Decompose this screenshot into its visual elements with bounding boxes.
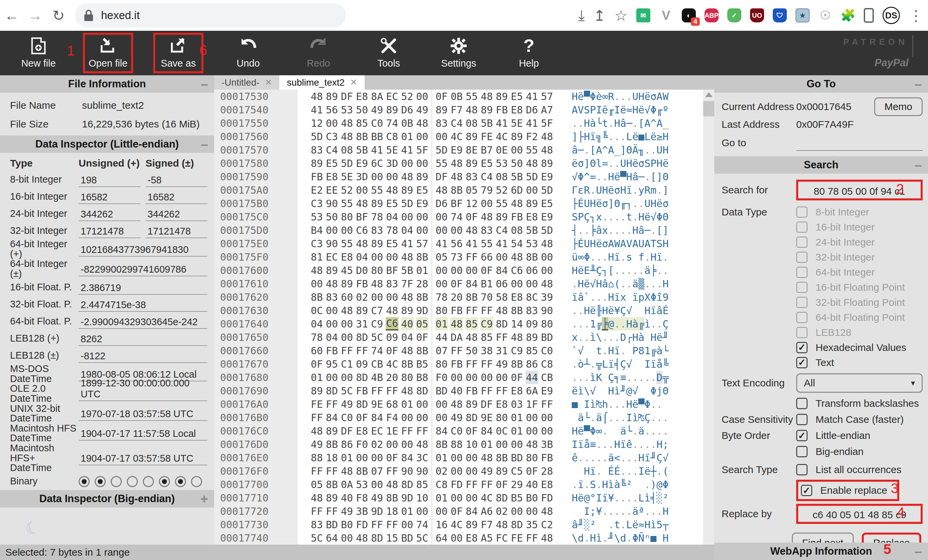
hex-byte[interactable]: 00: [401, 518, 414, 531]
hex-byte[interactable]: E5: [386, 197, 398, 210]
hex-byte[interactable]: 5B: [510, 170, 523, 183]
ascii-char[interactable]: [632, 357, 638, 371]
inspector-value[interactable]: 1970-07-18 03:57:58 UTC: [79, 406, 208, 421]
hex-byte[interactable]: FB: [450, 357, 463, 371]
hex-byte[interactable]: 5C: [310, 531, 323, 545]
ascii-char[interactable]: ë: [656, 331, 662, 344]
hex-byte[interactable]: 55: [371, 183, 383, 197]
ascii-char[interactable]: ë: [650, 130, 656, 143]
ascii-char[interactable]: .: [596, 464, 602, 478]
hex-byte[interactable]: FD: [450, 478, 463, 491]
hex-byte[interactable]: 00: [435, 277, 448, 290]
ascii-char[interactable]: [572, 505, 578, 518]
hex-byte[interactable]: 52: [340, 183, 353, 197]
binary-bit-radio[interactable]: [111, 476, 122, 487]
ascii-char[interactable]: .: [656, 183, 662, 197]
hex-byte[interactable]: FE: [310, 397, 323, 411]
hex-byte[interactable]: 49: [371, 491, 383, 505]
hex-byte[interactable]: 00: [416, 90, 429, 103]
hex-byte[interactable]: 01: [481, 438, 493, 451]
ascii-char[interactable]: V: [578, 103, 584, 116]
hex-byte[interactable]: 40: [340, 491, 353, 505]
ascii-char[interactable]: @: [608, 317, 614, 331]
ascii-char[interactable]: H: [620, 183, 626, 197]
ascii-char[interactable]: ü: [572, 250, 578, 264]
scroll-up-icon[interactable]: [705, 92, 713, 97]
hex-byte[interactable]: 00: [340, 331, 353, 344]
hex-byte[interactable]: 0F: [481, 264, 493, 277]
hex-byte[interactable]: 48: [340, 304, 353, 317]
hex-byte[interactable]: 00: [386, 170, 398, 183]
hex-byte[interactable]: 80: [435, 304, 448, 317]
hex-byte[interactable]: 5B: [401, 264, 414, 277]
ascii-char[interactable]: √: [626, 304, 632, 317]
ascii-char[interactable]: ä: [608, 451, 614, 464]
ascii-char[interactable]: .: [650, 438, 656, 451]
hex-byte[interactable]: C4: [481, 170, 493, 183]
hex-byte[interactable]: 8D: [510, 518, 523, 531]
ascii-char[interactable]: √: [578, 344, 584, 357]
ascii-char[interactable]: ë: [608, 304, 614, 317]
hex-byte[interactable]: 85: [481, 331, 493, 344]
hex-byte[interactable]: 01: [401, 397, 414, 411]
ascii-char[interactable]: ë: [632, 157, 638, 170]
ascii-char[interactable]: à: [632, 317, 638, 331]
ascii-char[interactable]: .: [626, 491, 632, 505]
hex-byte[interactable]: 0F: [450, 277, 463, 290]
bookmark-star-icon[interactable]: ☆: [615, 7, 627, 24]
hex-byte[interactable]: EC: [386, 90, 398, 103]
hex-byte[interactable]: 41: [371, 143, 383, 157]
ascii-char[interactable]: .: [578, 331, 584, 344]
hex-byte[interactable]: 89: [340, 277, 353, 290]
ascii-char[interactable]: .: [572, 371, 578, 384]
hex-byte[interactable]: 49: [340, 397, 353, 411]
hex-byte[interactable]: 78: [435, 290, 448, 304]
hex-byte[interactable]: 0F: [495, 478, 508, 491]
ascii-char[interactable]: ]: [662, 183, 669, 197]
hex-byte[interactable]: 8D: [356, 331, 368, 344]
hex-byte[interactable]: 50: [466, 344, 478, 357]
reload-icon[interactable]: ↻: [47, 7, 70, 24]
hex-byte[interactable]: 48: [540, 531, 553, 545]
ascii-char[interactable]: ╡: [650, 491, 656, 505]
ascii-char[interactable]: ë: [602, 103, 608, 116]
hex-byte[interactable]: 08: [466, 116, 478, 130]
hex-byte[interactable]: 18: [325, 451, 338, 464]
hex-byte[interactable]: 00: [340, 371, 353, 384]
ascii-char[interactable]: ╜: [620, 384, 626, 397]
hex-byte[interactable]: 00: [510, 143, 523, 157]
ascii-char[interactable]: Ñ: [638, 531, 644, 545]
ascii-char[interactable]: [638, 478, 644, 491]
ascii-char[interactable]: .: [656, 505, 662, 518]
hex-byte[interactable]: 83: [525, 304, 538, 317]
ascii-char[interactable]: D: [656, 371, 662, 384]
hex-byte[interactable]: 0B: [401, 116, 414, 130]
ascii-char[interactable]: .: [632, 371, 638, 384]
hex-byte[interactable]: 00: [386, 438, 398, 451]
ascii-char[interactable]: j: [656, 384, 662, 397]
hex-byte[interactable]: 14: [510, 317, 523, 331]
hex-byte[interactable]: 52: [401, 90, 414, 103]
hex-byte[interactable]: 9D: [371, 505, 383, 518]
ascii-char[interactable]: ─: [644, 223, 650, 237]
hex-byte[interactable]: 0C: [495, 424, 508, 438]
hex-byte[interactable]: 8B: [386, 491, 398, 505]
ascii-char[interactable]: .: [572, 357, 578, 371]
ascii-char[interactable]: .: [644, 143, 650, 157]
ascii-char[interactable]: =: [602, 157, 608, 170]
hex-byte[interactable]: 48: [495, 518, 508, 531]
hex-byte[interactable]: C1: [340, 357, 353, 371]
ascii-char[interactable]: x: [596, 210, 602, 223]
ascii-char[interactable]: .: [620, 518, 626, 531]
hex-byte[interactable]: 41: [310, 103, 323, 116]
ascii-char[interactable]: .: [614, 264, 620, 277]
hex-byte[interactable]: F0: [435, 371, 448, 384]
ascii-char[interactable]: Φ: [578, 170, 584, 183]
hex-byte[interactable]: FF: [481, 384, 493, 397]
ascii-char[interactable]: .: [656, 317, 662, 331]
inspector-value[interactable]: -8229900299741609786: [79, 262, 208, 276]
hex-byte[interactable]: 5E: [340, 170, 353, 183]
ascii-char[interactable]: â: [578, 290, 584, 304]
ascii-char[interactable]: ┴: [584, 357, 590, 371]
hex-byte[interactable]: 48: [525, 157, 538, 170]
